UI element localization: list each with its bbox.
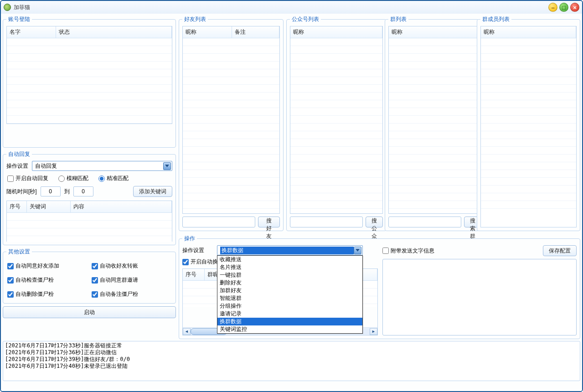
members-table[interactable]: 昵称 [480, 26, 577, 227]
dropdown-option[interactable]: 删除好友 [217, 279, 362, 287]
right-area: 好友列表 昵称 备注 [179, 15, 580, 339]
operation-select-value: 换群数据 [220, 247, 354, 254]
operation-dropdown[interactable]: 收藏推送名片推送一键拉群删除好友加群好友智能退群分组操作邀请记录换群数据关键词监… [217, 255, 363, 334]
groups-column: 群列表 昵称 搜索群 [385, 15, 474, 231]
other-settings-group: 其他设置 自动同意好友添加 自动收好友转账 自动检查僵尸粉 自动同意群邀请 自动… [3, 248, 176, 304]
title-bar: 加菲猫 – □ × [1, 1, 582, 14]
chevron-down-icon [163, 162, 171, 170]
operation-label: 操作设置 [182, 247, 208, 254]
kw-col-content[interactable]: 内容 [71, 201, 172, 212]
log-output[interactable]: [2021年6月7日17时17分33秒]服务器链接正常 [2021年6月7日17… [3, 341, 580, 381]
dropdown-option[interactable]: 分组操作 [217, 302, 362, 310]
groups-table[interactable]: 昵称 [388, 26, 481, 214]
auto-reply-select[interactable]: 自动回复 [32, 161, 172, 171]
groups-legend: 群列表 [388, 15, 408, 23]
friends-table[interactable]: 昵称 备注 [182, 26, 280, 214]
start-button[interactable]: 启动 [3, 306, 176, 318]
auto-accept-group-invite-checkbox[interactable]: 自动同意群邀请 [92, 276, 171, 284]
gzh-table[interactable]: 昵称 [290, 26, 383, 214]
app-window: 加菲猫 – □ × 账号登陆 名字 状态 [0, 0, 583, 392]
members-legend: 群成员列表 [480, 15, 511, 23]
operation-right: 附带发送文字信息 保存配置 [382, 245, 577, 335]
window-buttons: – □ × [548, 3, 579, 12]
kw-col-seq[interactable]: 序号 [7, 201, 27, 212]
ops-group-col-seq[interactable]: 序号 [183, 269, 205, 280]
scroll-left-icon[interactable]: ◄ [183, 328, 191, 335]
auto-reply-label: 操作设置 [6, 162, 28, 170]
search-friends-input[interactable] [182, 217, 255, 227]
account-col-name[interactable]: 名字 [7, 26, 56, 38]
minimize-button[interactable]: – [548, 3, 557, 12]
auto-collect-transfer-checkbox[interactable]: 自动收好友转账 [92, 262, 171, 270]
account-login-group: 账号登陆 名字 状态 [3, 15, 176, 148]
keyword-table-header: 序号 关键词 内容 [7, 201, 172, 213]
dropdown-option[interactable]: 收藏推送 [217, 256, 362, 263]
attach-text-area[interactable] [382, 259, 577, 335]
auto-check-zombie-checkbox[interactable]: 自动检查僵尸粉 [7, 276, 87, 284]
auto-remark-zombie-checkbox[interactable]: 自动备注僵尸粉 [92, 290, 171, 298]
rand-time-to-input[interactable] [73, 186, 93, 196]
operation-group: 操作 操作设置 换群数据 收藏推送名片推送一键拉群删除好友加群 [179, 235, 580, 339]
friends-table-header: 昵称 备注 [183, 26, 279, 38]
auto-reply-select-value: 自动回复 [35, 162, 57, 170]
fuzzy-match-radio[interactable]: 模糊匹配 [58, 175, 88, 182]
dropdown-option[interactable]: 智能退群 [217, 294, 362, 302]
friends-col-remark[interactable]: 备注 [232, 26, 279, 38]
list-columns-row: 好友列表 昵称 备注 [179, 15, 580, 231]
upper-row: 账号登陆 名字 状态 自动回复 [3, 15, 580, 339]
account-table-header: 名字 状态 [7, 26, 172, 38]
rand-time-label: 随机时间[秒] [6, 188, 37, 196]
friends-legend: 好友列表 [182, 15, 208, 23]
exact-match-radio[interactable]: 精准匹配 [98, 175, 129, 182]
left-column: 账号登陆 名字 状态 自动回复 [3, 15, 176, 339]
dropdown-option[interactable]: 关键词监控 [217, 325, 362, 333]
search-groups-input[interactable] [388, 217, 461, 227]
body-area: 账号登陆 名字 状态 自动回复 [1, 14, 582, 391]
app-icon [4, 4, 11, 11]
search-gzh-button[interactable]: 搜公众号 [366, 217, 383, 227]
auto-delete-zombie-checkbox[interactable]: 自动删除僵尸粉 [7, 290, 87, 298]
close-button[interactable]: × [570, 3, 579, 12]
add-keyword-button[interactable]: 添加关键词 [133, 186, 172, 197]
members-table-body [481, 38, 576, 227]
keyword-table-body [7, 213, 172, 242]
groups-table-body [389, 38, 481, 213]
rand-time-from-input[interactable] [41, 186, 61, 196]
search-gzh-input[interactable] [290, 217, 363, 227]
gzh-col-nick[interactable]: 昵称 [290, 26, 382, 38]
auto-reply-legend: 自动回复 [6, 150, 32, 158]
gzh-table-body [290, 38, 382, 213]
dropdown-option[interactable]: 邀请记录 [217, 310, 362, 318]
maximize-button[interactable]: □ [559, 3, 568, 12]
scroll-right-icon[interactable]: ► [370, 328, 377, 335]
account-col-status[interactable]: 状态 [56, 26, 172, 38]
friends-table-body [183, 38, 279, 213]
account-login-legend: 账号登陆 [6, 15, 32, 23]
members-column: 群成员列表 昵称 [477, 15, 580, 231]
friends-column: 好友列表 昵称 备注 [179, 15, 284, 231]
rand-time-to-label: 到 [64, 188, 70, 196]
attach-text-checkbox[interactable]: 附带发送文字信息 [382, 247, 434, 255]
window-title: 加菲猫 [14, 4, 548, 11]
dropdown-option[interactable]: 换群数据 [217, 318, 362, 325]
members-col-nick[interactable]: 昵称 [481, 26, 576, 38]
auto-accept-friend-checkbox[interactable]: 自动同意好友添加 [7, 262, 87, 270]
gzh-legend: 公众号列表 [290, 15, 321, 23]
dropdown-option[interactable]: 名片推送 [217, 263, 362, 271]
search-friends-button[interactable]: 搜好友 [258, 217, 280, 227]
account-table[interactable]: 名字 状态 [6, 26, 172, 124]
gzh-column: 公众号列表 昵称 搜公众号 [286, 15, 382, 231]
chevron-down-icon [354, 247, 361, 254]
groups-col-nick[interactable]: 昵称 [389, 26, 481, 38]
enable-auto-reply-checkbox[interactable]: 开启自动回复 [7, 175, 48, 182]
kw-col-keyword[interactable]: 关键词 [27, 201, 71, 212]
dropdown-option[interactable]: 一键拉群 [217, 271, 362, 279]
operation-legend: 操作 [182, 235, 197, 242]
friends-col-nick[interactable]: 昵称 [183, 26, 232, 38]
keyword-table[interactable]: 序号 关键词 内容 [6, 201, 172, 242]
operation-select[interactable]: 换群数据 [217, 245, 363, 255]
dropdown-option[interactable]: 加群好友 [217, 287, 362, 294]
operation-left: 操作设置 换群数据 收藏推送名片推送一键拉群删除好友加群好友智能退群分组操作邀请… [182, 245, 378, 335]
save-config-button[interactable]: 保存配置 [543, 245, 577, 256]
other-settings-legend: 其他设置 [6, 248, 32, 256]
